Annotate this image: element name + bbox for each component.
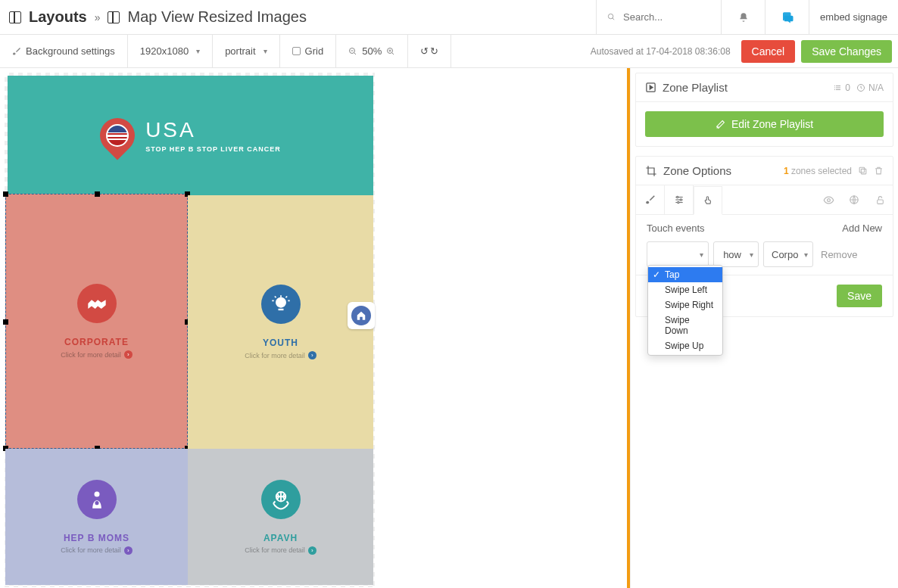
svg-rect-15	[861, 169, 866, 174]
svg-line-1	[613, 18, 614, 20]
action-select[interactable]: how▾	[713, 241, 759, 267]
svg-point-22	[677, 201, 678, 203]
tab-style[interactable]	[636, 185, 665, 214]
sliders-icon	[674, 194, 684, 205]
touch-events-section: Touch events Add New ▾ Tap Swipe Left Sw…	[636, 215, 893, 275]
autosave-label: Autosaved at 17-04-2018 08:36:08	[591, 46, 741, 57]
zone-playlist-title: Zone Playlist	[663, 81, 827, 94]
notifications-button[interactable]	[721, 0, 765, 34]
bell-icon	[738, 12, 749, 23]
option-swipe-left[interactable]: Swipe Left	[648, 282, 722, 297]
zone-options-panel: Zone Options 1 zones selected Touch even…	[635, 156, 893, 317]
background-settings-label: Background settings	[26, 45, 115, 57]
home-icon	[356, 310, 366, 321]
search-wrap	[596, 0, 721, 34]
touch-events-label: Touch events	[647, 222, 705, 234]
svg-point-21	[680, 199, 681, 201]
edit-icon	[716, 120, 725, 129]
add-new-button[interactable]: Add New	[842, 222, 882, 234]
event-type-select[interactable]: ▾ Tap Swipe Left Swipe Right Swipe Down …	[647, 241, 709, 267]
history-buttons[interactable]: ↺ ↻	[408, 35, 451, 67]
usa-flag-icon	[106, 124, 129, 147]
globe-hands-icon	[261, 480, 301, 519]
canvas[interactable]: USA STOP HEP B STOP LIVER CANCER CORPORA…	[0, 68, 627, 588]
redo-icon[interactable]: ↻	[430, 45, 438, 57]
zone-options-title: Zone Options	[663, 164, 778, 177]
breadcrumb-page[interactable]: Map View Resized Images	[127, 8, 306, 26]
zone-corporate[interactable]: CORPORATE Click for more detail›	[5, 194, 188, 449]
option-tap[interactable]: Tap	[648, 267, 722, 282]
chevron-down-icon: ▾	[196, 47, 200, 55]
hand-pointer-icon	[703, 195, 713, 206]
option-swipe-down[interactable]: Swipe Down	[648, 313, 722, 338]
visibility-toggle[interactable]	[815, 185, 841, 214]
tile-title: HEP B MOMS	[64, 533, 129, 543]
grid-toggle[interactable]: Grid	[280, 35, 337, 67]
arrow-right-icon: ›	[308, 546, 316, 555]
save-button[interactable]: Save	[837, 285, 882, 307]
svg-point-11	[95, 501, 98, 505]
zoom-out-icon	[348, 47, 357, 56]
cancel-button[interactable]: Cancel	[741, 40, 796, 63]
resolution-value: 1920x1080	[140, 45, 189, 57]
toolbar: Background settings 1920x1080 ▾ portrait…	[0, 35, 898, 68]
list-icon	[833, 83, 842, 92]
lock-toggle[interactable]	[867, 185, 893, 214]
play-square-icon	[645, 82, 656, 93]
brush-icon	[12, 47, 21, 56]
breadcrumb-root[interactable]: Layouts	[29, 8, 87, 26]
unlock-icon	[875, 195, 885, 205]
svg-point-9	[276, 297, 286, 308]
resolution-select[interactable]: 1920x1080 ▾	[128, 35, 213, 67]
breadcrumb: Layouts » Map View Resized Images	[0, 8, 596, 26]
arrow-right-icon: ›	[124, 546, 133, 555]
home-button[interactable]	[348, 302, 375, 329]
globe-toggle[interactable]	[841, 185, 867, 214]
layout-icon	[108, 11, 120, 23]
handshake-icon	[77, 284, 117, 323]
orientation-value: portrait	[225, 45, 255, 57]
zone-hepbmoms[interactable]: HEP B MOMS Click for more detail›	[5, 449, 188, 585]
remove-button[interactable]: Remove	[821, 249, 857, 260]
tile-subtitle: Click for more detail›	[61, 350, 133, 359]
brand-label[interactable]: embed signage	[809, 0, 898, 34]
lightbulb-head-icon	[261, 285, 301, 324]
option-swipe-right[interactable]: Swipe Right	[648, 297, 722, 313]
tab-touch[interactable]	[694, 186, 722, 215]
copy-icon[interactable]	[858, 166, 868, 176]
trash-icon[interactable]	[874, 166, 884, 176]
zone-option-tabs	[636, 185, 893, 215]
background-settings-button[interactable]: Background settings	[0, 35, 128, 67]
playlist-count: 0	[833, 82, 850, 93]
tile-title: CORPORATE	[64, 337, 129, 347]
zone-apavh[interactable]: APAVH Click for more detail›	[188, 449, 373, 585]
zone-header[interactable]: USA STOP HEP B STOP LIVER CANCER	[8, 76, 373, 195]
globe-icon	[849, 194, 859, 205]
search-icon	[607, 12, 616, 22]
chevron-down-icon: ▾	[804, 250, 808, 259]
undo-icon[interactable]: ↺	[420, 45, 429, 57]
search-input[interactable]	[623, 11, 710, 23]
save-changes-button[interactable]: Save Changes	[801, 40, 892, 63]
edit-zone-playlist-button[interactable]: Edit Zone Playlist	[645, 111, 884, 137]
breadcrumb-separator-icon: »	[95, 11, 101, 23]
zoom-control[interactable]: 50%	[336, 35, 408, 67]
tab-settings[interactable]	[665, 185, 694, 214]
main: USA STOP HEP B STOP LIVER CANCER CORPORA…	[0, 68, 898, 588]
action-value: how	[723, 249, 741, 260]
event-type-dropdown: Tap Swipe Left Swipe Right Swipe Down Sw…	[647, 265, 723, 356]
chevron-down-icon: ▾	[700, 250, 703, 259]
chat-button[interactable]	[765, 0, 809, 34]
svg-rect-16	[859, 167, 865, 173]
tile-title: APAVH	[263, 533, 298, 543]
orientation-select[interactable]: portrait ▾	[213, 35, 279, 67]
topbar: Layouts » Map View Resized Images embed …	[0, 0, 898, 35]
playlist-duration: N/A	[856, 82, 884, 93]
zoom-value: 50%	[362, 45, 382, 57]
zone-youth[interactable]: YOUTH Click for more detail›	[188, 195, 373, 449]
touch-event-row: ▾ Tap Swipe Left Swipe Right Swipe Down …	[647, 241, 882, 267]
map-pin-icon	[93, 110, 142, 160]
option-swipe-up[interactable]: Swipe Up	[648, 338, 722, 353]
target-select[interactable]: Corpo▾	[763, 241, 813, 267]
svg-line-6	[392, 52, 394, 54]
